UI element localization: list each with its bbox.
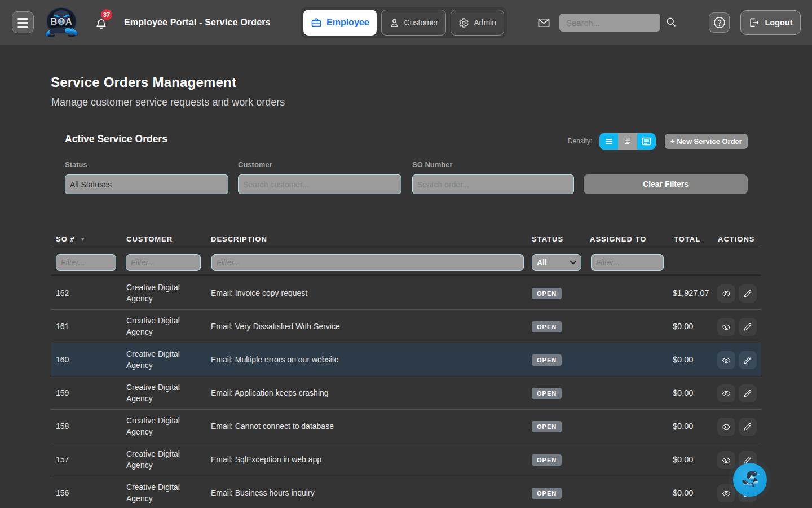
svg-text:BOA: BOA	[50, 16, 72, 27]
